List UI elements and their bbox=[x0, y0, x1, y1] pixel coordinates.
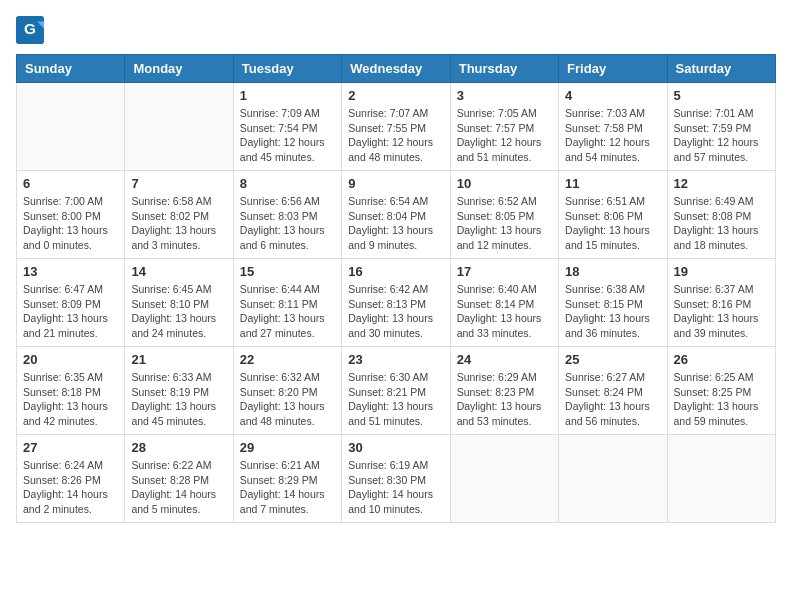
day-number: 6 bbox=[23, 176, 118, 191]
page-header: G bbox=[16, 16, 776, 44]
day-detail: Sunrise: 6:51 AM Sunset: 8:06 PM Dayligh… bbox=[565, 194, 660, 253]
calendar-cell: 19Sunrise: 6:37 AM Sunset: 8:16 PM Dayli… bbox=[667, 259, 775, 347]
day-detail: Sunrise: 6:52 AM Sunset: 8:05 PM Dayligh… bbox=[457, 194, 552, 253]
day-number: 30 bbox=[348, 440, 443, 455]
logo: G bbox=[16, 16, 48, 44]
calendar-cell: 18Sunrise: 6:38 AM Sunset: 8:15 PM Dayli… bbox=[559, 259, 667, 347]
day-detail: Sunrise: 7:00 AM Sunset: 8:00 PM Dayligh… bbox=[23, 194, 118, 253]
calendar-cell: 15Sunrise: 6:44 AM Sunset: 8:11 PM Dayli… bbox=[233, 259, 341, 347]
day-number: 20 bbox=[23, 352, 118, 367]
day-number: 13 bbox=[23, 264, 118, 279]
weekday-header-tuesday: Tuesday bbox=[233, 55, 341, 83]
calendar-cell: 23Sunrise: 6:30 AM Sunset: 8:21 PM Dayli… bbox=[342, 347, 450, 435]
day-number: 28 bbox=[131, 440, 226, 455]
calendar-week-row: 6Sunrise: 7:00 AM Sunset: 8:00 PM Daylig… bbox=[17, 171, 776, 259]
calendar-header-row: SundayMondayTuesdayWednesdayThursdayFrid… bbox=[17, 55, 776, 83]
calendar-cell: 3Sunrise: 7:05 AM Sunset: 7:57 PM Daylig… bbox=[450, 83, 558, 171]
day-detail: Sunrise: 6:44 AM Sunset: 8:11 PM Dayligh… bbox=[240, 282, 335, 341]
calendar-cell: 5Sunrise: 7:01 AM Sunset: 7:59 PM Daylig… bbox=[667, 83, 775, 171]
calendar-cell: 1Sunrise: 7:09 AM Sunset: 7:54 PM Daylig… bbox=[233, 83, 341, 171]
day-number: 11 bbox=[565, 176, 660, 191]
day-detail: Sunrise: 6:21 AM Sunset: 8:29 PM Dayligh… bbox=[240, 458, 335, 517]
calendar-cell: 16Sunrise: 6:42 AM Sunset: 8:13 PM Dayli… bbox=[342, 259, 450, 347]
svg-text:G: G bbox=[24, 20, 36, 37]
weekday-header-thursday: Thursday bbox=[450, 55, 558, 83]
calendar-cell: 8Sunrise: 6:56 AM Sunset: 8:03 PM Daylig… bbox=[233, 171, 341, 259]
day-number: 8 bbox=[240, 176, 335, 191]
day-detail: Sunrise: 6:54 AM Sunset: 8:04 PM Dayligh… bbox=[348, 194, 443, 253]
calendar-table: SundayMondayTuesdayWednesdayThursdayFrid… bbox=[16, 54, 776, 523]
day-detail: Sunrise: 6:45 AM Sunset: 8:10 PM Dayligh… bbox=[131, 282, 226, 341]
day-detail: Sunrise: 6:38 AM Sunset: 8:15 PM Dayligh… bbox=[565, 282, 660, 341]
calendar-cell: 30Sunrise: 6:19 AM Sunset: 8:30 PM Dayli… bbox=[342, 435, 450, 523]
day-detail: Sunrise: 6:40 AM Sunset: 8:14 PM Dayligh… bbox=[457, 282, 552, 341]
day-detail: Sunrise: 6:56 AM Sunset: 8:03 PM Dayligh… bbox=[240, 194, 335, 253]
calendar-cell: 10Sunrise: 6:52 AM Sunset: 8:05 PM Dayli… bbox=[450, 171, 558, 259]
day-number: 27 bbox=[23, 440, 118, 455]
day-number: 26 bbox=[674, 352, 769, 367]
calendar-cell: 24Sunrise: 6:29 AM Sunset: 8:23 PM Dayli… bbox=[450, 347, 558, 435]
day-number: 9 bbox=[348, 176, 443, 191]
day-number: 29 bbox=[240, 440, 335, 455]
day-number: 1 bbox=[240, 88, 335, 103]
day-detail: Sunrise: 6:33 AM Sunset: 8:19 PM Dayligh… bbox=[131, 370, 226, 429]
day-detail: Sunrise: 6:42 AM Sunset: 8:13 PM Dayligh… bbox=[348, 282, 443, 341]
day-number: 12 bbox=[674, 176, 769, 191]
calendar-cell: 9Sunrise: 6:54 AM Sunset: 8:04 PM Daylig… bbox=[342, 171, 450, 259]
day-number: 21 bbox=[131, 352, 226, 367]
day-detail: Sunrise: 6:22 AM Sunset: 8:28 PM Dayligh… bbox=[131, 458, 226, 517]
day-detail: Sunrise: 6:29 AM Sunset: 8:23 PM Dayligh… bbox=[457, 370, 552, 429]
day-detail: Sunrise: 7:05 AM Sunset: 7:57 PM Dayligh… bbox=[457, 106, 552, 165]
day-number: 22 bbox=[240, 352, 335, 367]
calendar-cell bbox=[667, 435, 775, 523]
day-number: 5 bbox=[674, 88, 769, 103]
day-number: 10 bbox=[457, 176, 552, 191]
weekday-header-wednesday: Wednesday bbox=[342, 55, 450, 83]
day-detail: Sunrise: 6:49 AM Sunset: 8:08 PM Dayligh… bbox=[674, 194, 769, 253]
day-number: 24 bbox=[457, 352, 552, 367]
day-number: 23 bbox=[348, 352, 443, 367]
day-detail: Sunrise: 6:24 AM Sunset: 8:26 PM Dayligh… bbox=[23, 458, 118, 517]
calendar-cell bbox=[450, 435, 558, 523]
day-number: 7 bbox=[131, 176, 226, 191]
weekday-header-friday: Friday bbox=[559, 55, 667, 83]
day-detail: Sunrise: 6:47 AM Sunset: 8:09 PM Dayligh… bbox=[23, 282, 118, 341]
day-detail: Sunrise: 6:19 AM Sunset: 8:30 PM Dayligh… bbox=[348, 458, 443, 517]
day-number: 16 bbox=[348, 264, 443, 279]
calendar-cell: 25Sunrise: 6:27 AM Sunset: 8:24 PM Dayli… bbox=[559, 347, 667, 435]
calendar-cell bbox=[125, 83, 233, 171]
calendar-cell: 28Sunrise: 6:22 AM Sunset: 8:28 PM Dayli… bbox=[125, 435, 233, 523]
calendar-cell: 21Sunrise: 6:33 AM Sunset: 8:19 PM Dayli… bbox=[125, 347, 233, 435]
weekday-header-saturday: Saturday bbox=[667, 55, 775, 83]
weekday-header-monday: Monday bbox=[125, 55, 233, 83]
day-detail: Sunrise: 6:32 AM Sunset: 8:20 PM Dayligh… bbox=[240, 370, 335, 429]
day-detail: Sunrise: 7:07 AM Sunset: 7:55 PM Dayligh… bbox=[348, 106, 443, 165]
calendar-cell: 27Sunrise: 6:24 AM Sunset: 8:26 PM Dayli… bbox=[17, 435, 125, 523]
day-number: 2 bbox=[348, 88, 443, 103]
day-number: 19 bbox=[674, 264, 769, 279]
calendar-cell: 14Sunrise: 6:45 AM Sunset: 8:10 PM Dayli… bbox=[125, 259, 233, 347]
calendar-week-row: 1Sunrise: 7:09 AM Sunset: 7:54 PM Daylig… bbox=[17, 83, 776, 171]
calendar-cell: 2Sunrise: 7:07 AM Sunset: 7:55 PM Daylig… bbox=[342, 83, 450, 171]
day-detail: Sunrise: 7:01 AM Sunset: 7:59 PM Dayligh… bbox=[674, 106, 769, 165]
day-detail: Sunrise: 6:58 AM Sunset: 8:02 PM Dayligh… bbox=[131, 194, 226, 253]
day-detail: Sunrise: 6:27 AM Sunset: 8:24 PM Dayligh… bbox=[565, 370, 660, 429]
calendar-cell: 11Sunrise: 6:51 AM Sunset: 8:06 PM Dayli… bbox=[559, 171, 667, 259]
calendar-cell: 6Sunrise: 7:00 AM Sunset: 8:00 PM Daylig… bbox=[17, 171, 125, 259]
day-detail: Sunrise: 6:30 AM Sunset: 8:21 PM Dayligh… bbox=[348, 370, 443, 429]
day-number: 17 bbox=[457, 264, 552, 279]
logo-icon: G bbox=[16, 16, 44, 44]
day-number: 15 bbox=[240, 264, 335, 279]
calendar-week-row: 13Sunrise: 6:47 AM Sunset: 8:09 PM Dayli… bbox=[17, 259, 776, 347]
calendar-cell: 13Sunrise: 6:47 AM Sunset: 8:09 PM Dayli… bbox=[17, 259, 125, 347]
calendar-cell bbox=[17, 83, 125, 171]
day-number: 14 bbox=[131, 264, 226, 279]
calendar-cell: 12Sunrise: 6:49 AM Sunset: 8:08 PM Dayli… bbox=[667, 171, 775, 259]
day-number: 25 bbox=[565, 352, 660, 367]
day-number: 3 bbox=[457, 88, 552, 103]
day-number: 18 bbox=[565, 264, 660, 279]
calendar-cell: 26Sunrise: 6:25 AM Sunset: 8:25 PM Dayli… bbox=[667, 347, 775, 435]
day-detail: Sunrise: 6:37 AM Sunset: 8:16 PM Dayligh… bbox=[674, 282, 769, 341]
calendar-week-row: 27Sunrise: 6:24 AM Sunset: 8:26 PM Dayli… bbox=[17, 435, 776, 523]
day-detail: Sunrise: 7:03 AM Sunset: 7:58 PM Dayligh… bbox=[565, 106, 660, 165]
